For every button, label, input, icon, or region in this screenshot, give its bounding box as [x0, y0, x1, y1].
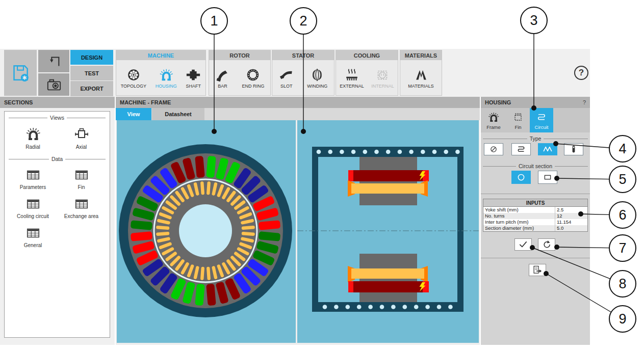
toolbar-item-label: WINDING: [307, 84, 327, 89]
camera-icon: [46, 77, 62, 92]
toolbar-item-end-ring[interactable]: END RING: [242, 67, 264, 89]
view-item-radial[interactable]: Radial: [9, 126, 57, 150]
divider: [481, 258, 590, 258]
screenshot-button[interactable]: [38, 73, 69, 96]
data-item-label: Cooling circuit: [17, 213, 49, 219]
top-toolbar: DESIGN TEST EXPORT MACHINE TOPOLOGY HOUS…: [0, 49, 590, 97]
undo-button[interactable]: [38, 50, 69, 72]
circuit-type-serpentine-button[interactable]: [511, 143, 531, 155]
circuit-type-wave-button[interactable]: [538, 143, 557, 155]
section-circle-button[interactable]: [511, 171, 531, 184]
circuit-type-none-button[interactable]: [484, 143, 503, 155]
input-row-value[interactable]: 12: [555, 213, 587, 219]
frame-icon: [487, 111, 500, 123]
input-row-value[interactable]: 5.0: [555, 225, 587, 231]
toolbar-item-housing[interactable]: HOUSING: [156, 67, 177, 89]
svg-text:4: 4: [619, 141, 626, 156]
inputs-table: INPUTS Yoke shift (mm) 2.5 No. turns 12 …: [483, 199, 588, 232]
export-document-icon: [531, 264, 544, 276]
views-separator: Views: [9, 115, 106, 121]
toolbar-item-winding[interactable]: WINDING: [307, 67, 327, 89]
mode-tab-test[interactable]: TEST: [70, 66, 113, 80]
svg-text:6: 6: [619, 207, 626, 223]
table-icon: [74, 196, 89, 211]
housing-tab-circuit[interactable]: Circuit: [530, 108, 553, 132]
save-button[interactable]: [4, 50, 37, 96]
group-title-cooling: COOLING: [336, 50, 398, 60]
radial-view-icon: [25, 126, 41, 142]
input-row-value[interactable]: 2.5: [555, 207, 587, 213]
toolbar-item-label: TOPOLOGY: [121, 84, 146, 89]
housing-panel-header: HOUSING ?: [481, 97, 590, 108]
mode-tab-export[interactable]: EXPORT: [70, 81, 113, 96]
toolbar-group-rotor: ROTOR BAR END RING: [209, 50, 271, 96]
materials-icon: [414, 67, 429, 83]
tab-datasheet[interactable]: Datasheet: [152, 108, 204, 120]
save-icon: [11, 63, 30, 83]
toolbar-item-materials[interactable]: MATERIALS: [408, 67, 433, 89]
housing-tab-label: Frame: [486, 124, 500, 130]
data-item-cooling-circuit[interactable]: Cooling circuit: [9, 196, 57, 219]
data-row-1: Parameters Fin: [9, 167, 106, 190]
radial-view-canvas[interactable]: [117, 120, 296, 343]
help-button[interactable]: ?: [574, 66, 588, 80]
data-item-fin[interactable]: Fin: [57, 167, 106, 190]
mode-tab-design[interactable]: DESIGN: [70, 50, 113, 65]
axial-view-canvas[interactable]: [297, 120, 479, 343]
view-item-label: Radial: [25, 144, 40, 150]
group-title-machine: MACHINE: [116, 50, 205, 60]
tab-view[interactable]: View: [116, 108, 151, 120]
toolbar-item-label: SHAFT: [186, 84, 201, 89]
section-square-button[interactable]: [538, 171, 557, 184]
circuit-icon: [535, 111, 548, 123]
table-row: Section diameter (mm) 5.0: [483, 225, 587, 231]
svg-text:9: 9: [619, 311, 626, 327]
input-row-label: No. turns: [483, 213, 555, 219]
svg-text:1: 1: [210, 13, 218, 29]
view-item-label: Axial: [76, 144, 87, 150]
external-cooling-icon: [344, 67, 359, 83]
topology-icon: [126, 67, 141, 83]
apply-button[interactable]: [514, 238, 532, 251]
svg-text:5: 5: [619, 172, 626, 187]
data-item-label: Exchange area: [64, 213, 98, 219]
toolbar-item-label: MATERIALS: [408, 84, 433, 89]
checkmark-icon: [517, 239, 530, 250]
view-item-axial[interactable]: Axial: [57, 126, 106, 150]
winding-icon: [310, 67, 325, 83]
no-circuit-icon: [487, 144, 500, 155]
toolbar-item-shaft[interactable]: SHAFT: [186, 67, 201, 89]
data-item-general[interactable]: General: [9, 225, 57, 248]
reset-button[interactable]: [538, 238, 555, 251]
data-item-exchange-area[interactable]: Exchange area: [57, 196, 106, 219]
end-ring-icon: [245, 67, 261, 83]
housing-tab-fin[interactable]: Fin: [506, 108, 530, 132]
housing-tab-label: Circuit: [535, 124, 549, 130]
type-label: Type: [530, 136, 542, 142]
views-label: Views: [50, 115, 64, 121]
svg-text:7: 7: [619, 240, 626, 256]
data-label: Data: [51, 156, 63, 162]
toolbar-item-external-cooling[interactable]: EXTERNAL: [340, 67, 364, 89]
refresh-icon: [540, 239, 553, 250]
table-row: Inter turn pitch (mm) 11.154: [483, 219, 587, 225]
inputs-table-title: INPUTS: [483, 199, 587, 207]
export-data-button[interactable]: [529, 264, 546, 276]
svg-text:3: 3: [530, 13, 537, 28]
input-row-value[interactable]: 11.154: [555, 219, 587, 225]
toolbar-item-topology[interactable]: TOPOLOGY: [121, 67, 146, 89]
toolbar-item-slot[interactable]: SLOT: [279, 67, 294, 89]
toolbar-item-bar[interactable]: BAR: [215, 67, 230, 89]
axial-duct-icon: [567, 144, 580, 155]
toolbar-group-cooling: COOLING EXTERNAL INTERNAL: [336, 50, 398, 96]
input-row-label: Section diameter (mm): [483, 225, 555, 231]
housing-help-button[interactable]: ?: [583, 99, 586, 105]
group-title-rotor: ROTOR: [209, 50, 270, 60]
housing-tab-frame[interactable]: Frame: [482, 108, 505, 132]
input-row-label: Yoke shift (mm): [483, 207, 555, 213]
circuit-type-axial-button[interactable]: [564, 143, 583, 155]
data-row-2: Cooling circuit Exchange area: [9, 196, 106, 219]
data-item-parameters[interactable]: Parameters: [9, 167, 57, 190]
toolbar-group-materials: MATERIALS MATERIALS: [400, 50, 442, 96]
machine-frame-header: MACHINE - FRAME: [116, 97, 480, 108]
